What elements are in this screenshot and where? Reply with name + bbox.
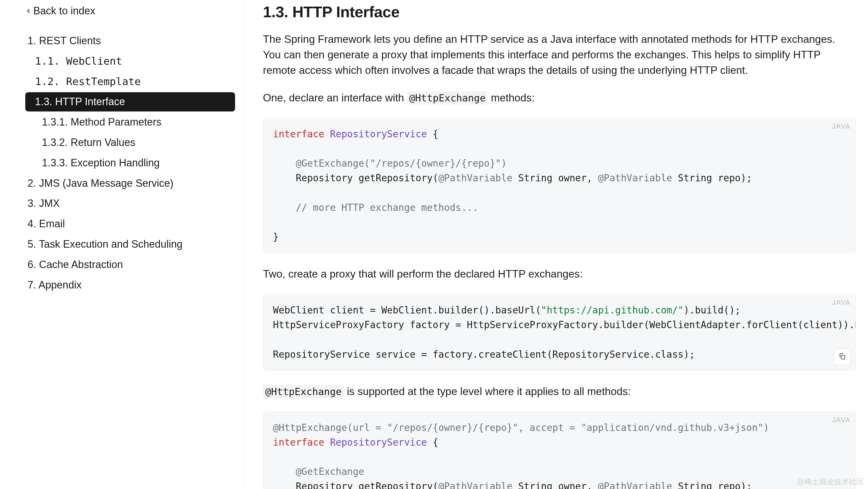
- nav-item-11[interactable]: 6. Cache Abstraction: [25, 255, 235, 275]
- back-label: Back to index: [33, 5, 95, 17]
- step-one-pre: One, declare an interface with: [263, 92, 407, 104]
- svg-rect-0: [841, 355, 845, 359]
- sidebar-nav: Back to index 1. REST Clients1.1. WebCli…: [0, 0, 244, 489]
- step-one-post: methods:: [488, 92, 534, 104]
- nav-item-12[interactable]: 7. Appendix: [25, 276, 235, 295]
- intro-paragraph: The Spring Framework lets you define an …: [263, 32, 837, 78]
- nav-item-3[interactable]: 1.3. HTTP Interface: [25, 92, 235, 112]
- code-pre: @HttpExchange(url = "/repos/{owner}/{rep…: [273, 420, 846, 489]
- language-tag: JAVA: [832, 297, 850, 308]
- nav-item-9[interactable]: 4. Email: [25, 214, 235, 234]
- clipboard-icon: [838, 349, 846, 364]
- http-exchange-inline-code: @HttpExchange: [407, 91, 488, 105]
- back-to-index-link[interactable]: Back to index: [25, 4, 95, 30]
- page-title: 1.3. HTTP Interface: [263, 3, 856, 21]
- main-content: 1.3. HTTP Interface The Spring Framework…: [244, 0, 868, 489]
- nav-item-4[interactable]: 1.3.1. Method Parameters: [25, 113, 235, 132]
- code-block-type-level: JAVA @HttpExchange(url = "/repos/{owner}…: [263, 411, 856, 489]
- type-level-post: is supported at the type level where it …: [344, 385, 631, 397]
- code-pre: interface RepositoryService { @GetExchan…: [273, 127, 846, 244]
- nav-item-1[interactable]: 1.1. WebClient: [25, 52, 235, 71]
- nav-list: 1. REST Clients1.1. WebClient1.2. RestTe…: [25, 31, 244, 294]
- nav-item-8[interactable]: 3. JMX: [25, 194, 235, 213]
- type-level-paragraph: @HttpExchange is supported at the type l…: [263, 384, 837, 399]
- code-pre: WebClient client = WebClient.builder().b…: [273, 303, 846, 362]
- code-block-create-proxy: JAVA WebClient client = WebClient.builde…: [263, 294, 856, 371]
- step-one-paragraph: One, declare an interface with @HttpExch…: [263, 90, 837, 106]
- language-tag: JAVA: [832, 121, 850, 132]
- chevron-left-icon: [25, 8, 32, 14]
- copy-button[interactable]: [834, 348, 850, 365]
- nav-item-2[interactable]: 1.2. RestTemplate: [25, 72, 235, 91]
- nav-item-6[interactable]: 1.3.3. Exception Handling: [25, 153, 235, 173]
- nav-item-5[interactable]: 1.3.2. Return Values: [25, 133, 235, 152]
- nav-item-7[interactable]: 2. JMS (Java Message Service): [25, 174, 235, 193]
- http-exchange-inline-code-2: @HttpExchange: [263, 385, 344, 398]
- nav-item-10[interactable]: 5. Task Execution and Scheduling: [25, 235, 235, 254]
- nav-item-0[interactable]: 1. REST Clients: [25, 31, 235, 51]
- language-tag: JAVA: [832, 414, 850, 425]
- step-two-paragraph: Two, create a proxy that will perform th…: [263, 266, 837, 282]
- code-block-declare-interface: JAVA interface RepositoryService { @GetE…: [263, 118, 856, 253]
